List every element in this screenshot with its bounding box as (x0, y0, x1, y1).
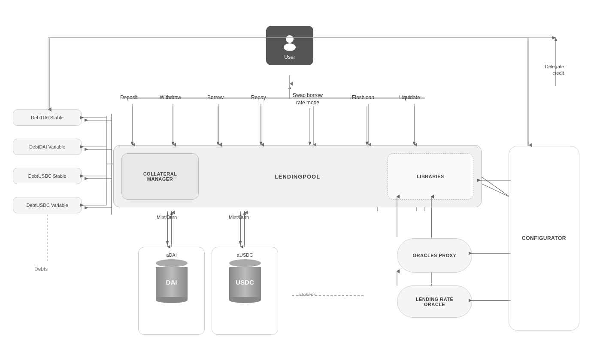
oracles-proxy-label: ORACLES PROXY (413, 253, 457, 258)
user-box: User (266, 26, 313, 65)
debts-label: Debts (34, 266, 48, 272)
lendingpool-label: LENDINGPOOL (275, 173, 320, 179)
delegate-credit-label: Delegate credit (545, 64, 564, 77)
debt-usdc-variable-box: DebtUSDC Variable (13, 197, 82, 213)
ausdc-cyl-top (229, 259, 261, 267)
action-liquidate: Liquidate (399, 94, 420, 100)
collateral-manager-label: COLLATERALMANAGER (143, 171, 177, 182)
ausdc-cyl-bottom (229, 297, 261, 303)
atokens-label: aTokens (298, 292, 316, 297)
mintburn-right-label: Mint/Burn (229, 215, 249, 220)
ausdc-cyl-body: USDC (229, 267, 261, 297)
diagram-container: User Delegate credit Deposit Withdraw Bo… (0, 0, 606, 364)
lending-rate-oracle-label: LENDING RATEORACLE (416, 297, 454, 307)
debt-dai-stable-box: DebtDAI Stable (13, 109, 82, 126)
debts-dotted-line (47, 215, 48, 262)
svg-point-39 (286, 35, 294, 43)
user-icon (281, 33, 298, 51)
debt-usdc-stable-box: DebtUSDC Stable (13, 168, 82, 184)
mintburn-left-label: Mint/Burn (157, 215, 177, 220)
debt-dai-variable-box: DebtDAI Variable (13, 139, 82, 155)
user-label: User (284, 54, 295, 60)
svg-point-40 (284, 43, 296, 51)
action-swap-borrow: Swap borrowrate mode (293, 92, 323, 106)
action-flashloan: Flashloan (352, 94, 374, 100)
adai-label: aDAI (166, 252, 176, 258)
action-borrow: Borrow (207, 94, 224, 100)
ausdc-cylinder: USDC (229, 259, 261, 303)
configurator-label: CONFIGURATOR (522, 235, 566, 241)
action-repay: Repay (251, 94, 266, 100)
ausdc-container: aUSDC USDC (212, 247, 278, 335)
configurator-box: CONFIGURATOR (509, 146, 579, 331)
oracles-proxy-box: ORACLES PROXY (397, 238, 472, 273)
adai-cyl-top (156, 259, 188, 267)
libraries-box: LIBRARIES (388, 153, 473, 200)
adai-token: aDAI DAI (139, 252, 204, 303)
ausdc-label: aUSDC (237, 252, 253, 258)
ausdc-token: aUSDC USDC (212, 252, 278, 303)
adai-cyl-body: DAI (156, 267, 188, 297)
delegate-credit-text: Delegate credit (545, 64, 564, 76)
collateral-manager-box: COLLATERALMANAGER (121, 153, 199, 200)
lendingpool-box: LENDINGPOOL COLLATERALMANAGER LIBRARIES (113, 145, 482, 207)
adai-cyl-bottom (156, 297, 188, 303)
adai-container: aDAI DAI (138, 247, 205, 335)
lending-rate-oracle-box: LENDING RATEORACLE (397, 285, 472, 318)
action-withdraw: Withdraw (160, 94, 181, 100)
adai-cylinder: DAI (156, 259, 188, 303)
libraries-label: LIBRARIES (417, 174, 444, 179)
action-deposit: Deposit (120, 94, 138, 100)
